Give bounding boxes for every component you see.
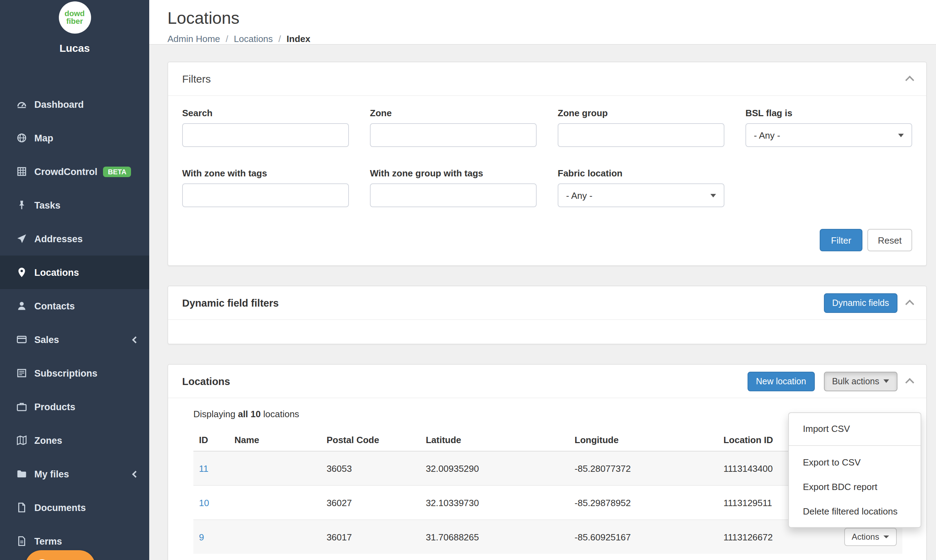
column-header-postal-code: Postal Code [321,429,420,451]
map-marker-icon [15,266,27,278]
fabric-location-label: Fabric location [558,168,725,178]
filters-card-header: Filters [168,62,926,96]
sidebar-item-sales[interactable]: Sales [0,323,149,356]
column-header-latitude: Latitude [420,429,569,451]
summary-prefix: Displaying [193,409,238,419]
sidebar-item-label: Terms [34,536,62,546]
bsl-flag-label: BSL flag is [745,108,912,118]
sidebar-item-my-files[interactable]: My files [0,457,149,491]
cell-name [229,520,321,554]
cell-name [229,451,321,485]
column-header-id: ID [193,429,229,451]
breadcrumb-link-locations[interactable]: Locations [234,34,273,44]
sidebar-item-locations[interactable]: Locations [0,255,149,289]
zone-group-tags-input[interactable] [370,183,537,207]
sidebar-item-documents[interactable]: Documents [0,491,149,524]
sidebar-item-label: Dashboard [34,99,84,109]
row-actions-button[interactable]: Actions [844,528,897,546]
cell-latitude: 32.10339730 [420,485,569,520]
empty-cell [745,168,912,207]
logo-text-line2: fiber [66,17,83,25]
document-icon [15,535,27,547]
column-header-name: Name [229,429,321,451]
zone-group-label: Zone group [558,108,725,118]
dynamic-fields-button[interactable]: Dynamic fields [823,293,897,312]
username: Lucas [0,42,149,54]
menu-item-delete-filtered-locations[interactable]: Delete filtered locations [789,499,921,524]
beta-badge: BETA [103,166,131,177]
folded-map-icon [15,434,27,446]
menu-divider [789,445,921,446]
globe-icon [15,132,27,144]
zone-group-field: Zone group [558,108,725,147]
sidebar-item-map[interactable]: Map [0,121,149,155]
sidebar-item-subscriptions[interactable]: Subscriptions [0,356,149,390]
zone-tags-input[interactable] [182,183,349,207]
zone-group-tags-field: With zone group with tags [370,168,537,207]
sidebar-item-label: Zones [34,435,62,446]
bsl-flag-select-value: - Any - [754,130,780,140]
pin-icon [15,199,27,211]
dynamic-fields-body [168,320,926,344]
logo-wrap: dowd fiber [0,2,149,34]
collapse-chevron-icon[interactable] [905,299,914,308]
app-window: dowd fiber Lucas Dashboard Map [0,0,936,560]
zone-label: Zone [370,108,537,118]
collapse-chevron-icon[interactable] [905,75,914,84]
chevron-left-icon [132,336,139,343]
sidebar-menu: Dashboard Map CrowdControl BETA Tasks [0,88,149,558]
company-logo[interactable]: dowd fiber [59,2,91,34]
sidebar-item-label: Map [34,133,53,143]
menu-item-export-bdc-report[interactable]: Export BDC report [789,475,921,499]
summary-count: all 10 [238,409,261,419]
caret-down-icon [898,133,904,137]
cell-postal-code: 36017 [321,520,420,554]
dashboard-icon [15,98,27,110]
sidebar-item-tasks[interactable]: Tasks [0,188,149,222]
sidebar-item-addresses[interactable]: Addresses [0,222,149,255]
zone-input[interactable] [370,123,537,147]
cell-latitude: 32.00935290 [420,451,569,485]
help-button[interactable]: ? Help [25,550,95,560]
bulk-actions-button[interactable]: Bulk actions [823,371,897,391]
reset-button[interactable]: Reset [867,229,912,251]
sidebar-item-label: Sales [34,334,59,345]
filter-button[interactable]: Filter [820,229,862,251]
main-content: Locations Admin Home / Locations / Index… [149,0,936,560]
sidebar-item-products[interactable]: Products [0,390,149,423]
bulk-actions-menu: Import CSV Export to CSV Export BDC repo… [788,412,921,528]
location-id-link[interactable]: 11 [199,463,208,474]
sidebar-item-label: Documents [34,502,86,513]
search-label: Search [182,108,349,118]
cell-postal-code: 36027 [321,485,420,520]
filters-card: Filters Search Zone [167,62,927,266]
sidebar-item-zones[interactable]: Zones [0,423,149,457]
page-header: Locations Admin Home / Locations / Index [149,0,936,45]
cell-longitude: -85.60925167 [569,520,718,554]
sidebar: dowd fiber Lucas Dashboard Map [0,0,149,560]
sidebar-item-dashboard[interactable]: Dashboard [0,88,149,121]
location-id-link[interactable]: 9 [199,532,204,542]
zone-group-input[interactable] [558,123,725,147]
menu-item-export-csv[interactable]: Export to CSV [789,450,921,475]
new-location-button[interactable]: New location [748,371,814,391]
column-header-longitude: Longitude [569,429,718,451]
cell-latitude: 31.70688265 [420,520,569,554]
summary-suffix: locations [261,409,299,419]
credit-card-icon [15,334,27,345]
fabric-location-select-value: - Any - [566,190,592,200]
collapse-chevron-icon[interactable] [905,378,914,386]
search-field: Search [182,108,349,147]
sidebar-item-label: Addresses [34,234,83,244]
sidebar-item-crowdcontrol[interactable]: CrowdControl BETA [0,155,149,188]
search-input[interactable] [182,123,349,147]
location-id-link[interactable]: 10 [199,497,209,508]
menu-item-import-csv[interactable]: Import CSV [789,417,921,441]
breadcrumb-link-admin-home[interactable]: Admin Home [167,34,220,44]
sidebar-item-contacts[interactable]: Contacts [0,289,149,323]
zone-group-tags-label: With zone group with tags [370,168,537,178]
sidebar-item-label: Locations [34,267,79,278]
bsl-flag-select[interactable]: - Any - [745,123,912,147]
zone-field: Zone [370,108,537,147]
fabric-location-select[interactable]: - Any - [558,183,725,207]
